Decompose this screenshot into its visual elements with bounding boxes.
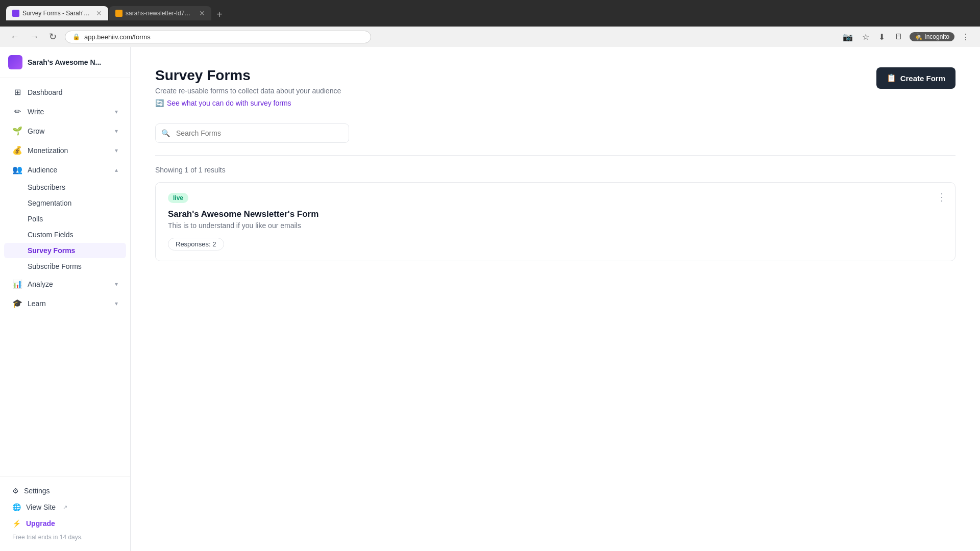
sidebar-label-grow: Grow (28, 127, 44, 135)
main-content: Survey Forms Create re-usable forms to c… (131, 47, 980, 551)
browser-tabs: Survey Forms - Sarah's Awesome... ✕ sara… (6, 6, 974, 20)
sidebar-item-subscribers[interactable]: Subscribers (4, 180, 126, 195)
divider (155, 155, 955, 156)
tab-title-2: sarahs-newsletter-fd732b.beehi... (126, 10, 194, 17)
sidebar-label-audience: Audience (28, 166, 57, 174)
page-title: Survey Forms (155, 67, 341, 84)
sidebar-item-analyze[interactable]: 📊 Analyze ▾ (4, 274, 126, 293)
create-btn-label: Create Form (900, 74, 945, 83)
sidebar-item-monetization[interactable]: 💰 Monetization ▾ (4, 141, 126, 160)
sidebar-bottom: ⚙ Settings 🌐 View Site ↗ ⚡ Upgrade Free … (0, 476, 130, 551)
sidebar-item-view-site[interactable]: 🌐 View Site ↗ (4, 499, 126, 515)
address-text: app.beehiiv.com/forms (84, 33, 151, 41)
sidebar-sublabel-subscribe-forms: Subscribe Forms (28, 262, 82, 270)
monetization-icon: 💰 (12, 145, 22, 155)
form-card-menu-button[interactable]: ⋮ (937, 191, 947, 203)
sidebar-label-write: Write (28, 108, 44, 116)
settings-icon: ⚙ (12, 487, 19, 495)
search-icon: 🔍 (161, 129, 170, 137)
address-bar[interactable]: 🔒 app.beehiiv.com/forms (65, 31, 371, 43)
incognito-label: Incognito (924, 33, 949, 40)
sidebar-item-custom-fields[interactable]: Custom Fields (4, 227, 126, 242)
browser-tab-1[interactable]: Survey Forms - Sarah's Awesome... ✕ (6, 6, 108, 20)
results-count: Showing 1 of 1 results (155, 166, 955, 174)
brand-logo (8, 55, 22, 69)
tab-title-1: Survey Forms - Sarah's Awesome... (22, 10, 91, 17)
sidebar-sublabel-polls: Polls (28, 215, 43, 223)
lock-icon: 🔒 (72, 33, 80, 40)
browser-chrome: Survey Forms - Sarah's Awesome... ✕ sara… (0, 0, 980, 27)
sidebar-label-monetization: Monetization (28, 146, 68, 155)
sidebar-item-audience[interactable]: 👥 Audience ▴ (4, 160, 126, 179)
chevron-grow-icon: ▾ (115, 128, 118, 135)
responses-badge[interactable]: Responses: 2 (168, 238, 224, 251)
sidebar-label-dashboard: Dashboard (28, 88, 63, 96)
grow-icon: 🌱 (12, 126, 22, 136)
tab-favicon-2 (115, 10, 122, 17)
sidebar-item-subscribe-forms[interactable]: Subscribe Forms (4, 259, 126, 274)
desktop-icon[interactable]: 🖥 (892, 30, 904, 43)
tab-close-2[interactable]: ✕ (199, 9, 205, 17)
settings-label: Settings (24, 487, 50, 495)
refresh-learn-icon: 🔄 (155, 99, 164, 107)
browser-tab-2[interactable]: sarahs-newsletter-fd732b.beehi... ✕ (109, 6, 211, 20)
search-bar: 🔍 (155, 123, 955, 143)
sidebar-sublabel-subscribers: Subscribers (28, 183, 65, 191)
tab-favicon-1 (12, 10, 19, 17)
bookmark-icon[interactable]: ☆ (860, 30, 871, 44)
app-layout: Sarah's Awesome N... ⊞ Dashboard ✏ Write… (0, 47, 980, 551)
sidebar-label-analyze: Analyze (28, 280, 53, 288)
sidebar-item-dashboard[interactable]: ⊞ Dashboard (4, 83, 126, 102)
create-form-button[interactable]: 📋 Create Form (876, 67, 955, 89)
search-input[interactable] (155, 123, 349, 143)
learn-link[interactable]: 🔄 See what you can do with survey forms (155, 99, 341, 107)
write-icon: ✏ (12, 107, 22, 116)
sidebar-item-upgrade[interactable]: ⚡ Upgrade (4, 515, 126, 532)
sidebar-sublabel-survey-forms: Survey Forms (28, 246, 75, 255)
sidebar-sublabel-custom-fields: Custom Fields (28, 231, 73, 239)
sidebar-nav: ⊞ Dashboard ✏ Write ▾ 🌱 Grow ▾ 💰 Monetiz… (0, 78, 130, 476)
camera-icon[interactable]: 📷 (841, 30, 855, 44)
upgrade-label: Upgrade (26, 519, 55, 528)
browser-actions: 📷 ☆ ⬇ 🖥 🕵 Incognito ⋮ (841, 30, 972, 44)
sidebar-item-learn[interactable]: 🎓 Learn ▾ (4, 294, 126, 313)
sidebar-label-learn: Learn (28, 299, 46, 308)
sidebar-sublabel-segmentation: Segmentation (28, 199, 71, 207)
download-icon[interactable]: ⬇ (876, 30, 887, 44)
learn-link-text: See what you can do with survey forms (167, 99, 291, 107)
incognito-badge: 🕵 Incognito (910, 32, 954, 41)
chevron-analyze-icon: ▾ (115, 281, 118, 288)
chevron-write-icon: ▾ (115, 108, 118, 115)
sidebar-item-polls[interactable]: Polls (4, 211, 126, 227)
chevron-audience-icon: ▴ (115, 166, 118, 173)
sidebar: Sarah's Awesome N... ⊞ Dashboard ✏ Write… (0, 47, 131, 551)
external-link-icon: ↗ (63, 504, 67, 511)
form-icon: 📋 (887, 73, 896, 83)
menu-icon[interactable]: ⋮ (960, 30, 972, 44)
forward-button[interactable]: → (28, 30, 41, 44)
sidebar-item-survey-forms[interactable]: Survey Forms (4, 243, 126, 258)
refresh-button[interactable]: ↻ (47, 29, 59, 44)
back-button[interactable]: ← (8, 30, 21, 44)
address-bar-row: ← → ↻ 🔒 app.beehiiv.com/forms 📷 ☆ ⬇ 🖥 🕵 … (0, 27, 980, 47)
sidebar-item-segmentation[interactable]: Segmentation (4, 195, 126, 211)
learn-icon: 🎓 (12, 298, 22, 308)
analyze-icon: 📊 (12, 279, 22, 289)
view-site-label: View Site (26, 503, 56, 511)
page-header-left: Survey Forms Create re-usable forms to c… (155, 67, 341, 107)
tab-close-1[interactable]: ✕ (96, 9, 102, 17)
sidebar-item-settings[interactable]: ⚙ Settings (4, 483, 126, 499)
sidebar-brand: Sarah's Awesome N... (0, 47, 130, 78)
audience-icon: 👥 (12, 165, 22, 174)
sidebar-item-grow[interactable]: 🌱 Grow ▾ (4, 121, 126, 140)
brand-name: Sarah's Awesome N... (28, 58, 101, 66)
form-description: This is to understand if you like our em… (168, 221, 943, 230)
upgrade-icon: ⚡ (12, 519, 21, 528)
form-title: Sarah's Awesome Newsletter's Form (168, 209, 943, 219)
sidebar-item-write[interactable]: ✏ Write ▾ (4, 102, 126, 121)
view-site-icon: 🌐 (12, 503, 21, 511)
page-header: Survey Forms Create re-usable forms to c… (155, 67, 955, 107)
incognito-icon: 🕵 (915, 33, 922, 40)
new-tab-button[interactable]: + (212, 9, 227, 20)
dashboard-icon: ⊞ (12, 87, 22, 97)
